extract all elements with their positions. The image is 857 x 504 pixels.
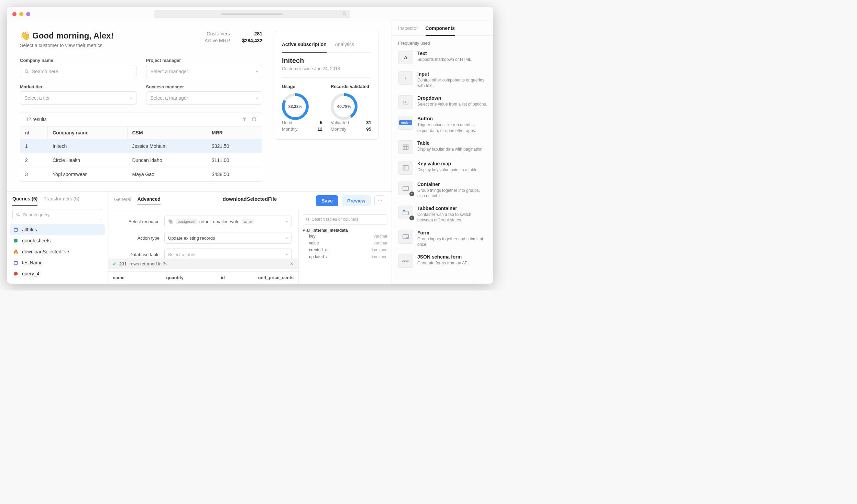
search-icon — [16, 212, 20, 217]
result-col[interactable]: id — [184, 275, 225, 280]
query-item[interactable]: allFiles — [10, 224, 105, 235]
more-button[interactable]: ⋯ — [374, 195, 385, 206]
tabbed-icon: + — [398, 206, 413, 219]
col-name: created_at — [309, 248, 329, 252]
col-csm[interactable]: CSM — [128, 127, 207, 139]
input-icon: I — [398, 71, 413, 85]
schema-column[interactable]: keyvarchar — [303, 233, 387, 240]
tab-advanced[interactable]: Advanced — [138, 196, 161, 205]
svg-rect-15 — [403, 165, 408, 170]
cell-id: 2 — [20, 153, 48, 167]
cube-icon — [13, 271, 19, 276]
component-name: Input — [417, 71, 487, 77]
kv-value: 12 — [318, 127, 322, 132]
col-id[interactable]: id — [20, 127, 48, 139]
cell-csm: Maya Gao — [128, 167, 207, 181]
kvmap-icon — [398, 161, 413, 175]
page-title: Good morning, Alex! — [32, 31, 113, 41]
result-col[interactable]: unit_price_cents — [225, 275, 294, 280]
close-window-icon[interactable] — [12, 12, 17, 16]
tab-analytics[interactable]: Analytics — [335, 37, 354, 52]
component-name: Table — [417, 140, 484, 146]
resource-select[interactable]: 🐘 postgresql retool_emailer_write write … — [164, 216, 292, 227]
component-item[interactable]: Table Display tabular data with paginati… — [397, 137, 488, 157]
query-item[interactable]: googlesheets — [10, 235, 105, 246]
table-row[interactable]: 3 Yogi sportswear Maya Gao $438.50 — [20, 167, 262, 182]
component-name: Button — [417, 116, 487, 121]
placeholder-text: Select a manager — [151, 95, 188, 101]
tab-inspector[interactable]: Inspector — [398, 25, 418, 35]
schema-table[interactable]: ▾ ar_internal_metadata — [303, 228, 387, 233]
chevron-down-icon: ▾ — [130, 96, 132, 100]
query-item[interactable]: 🔥downloadSelectedFile — [10, 246, 105, 257]
container-icon: + — [398, 182, 413, 195]
query-item[interactable]: query_4 — [10, 268, 105, 279]
company-search-input[interactable]: Search here — [20, 65, 136, 78]
schema-column[interactable]: updated_attimezone — [303, 253, 387, 260]
tab-transformers[interactable]: Transformers (5) — [44, 196, 79, 206]
save-button[interactable]: Save — [316, 195, 338, 206]
usage-header: Usage — [282, 84, 322, 89]
sm-select[interactable]: Select a manager ▾ — [146, 91, 263, 105]
cell-csm: Duncan Idaho — [128, 153, 207, 167]
component-item[interactable]: Action Button Trigger actions like run q… — [397, 112, 488, 136]
pm-select[interactable]: Select a manager ▾ — [146, 65, 263, 78]
records-donut: 40.78% — [331, 93, 358, 120]
zoom-window-icon[interactable] — [26, 12, 30, 16]
tab-active-subscription[interactable]: Active subscription — [282, 37, 327, 53]
placeholder-text: Select a tier — [24, 95, 50, 101]
cell-id: 3 — [20, 167, 48, 181]
tab-components[interactable]: Components — [426, 25, 455, 36]
tab-general[interactable]: General — [114, 197, 131, 205]
refresh-icon[interactable] — [252, 117, 256, 122]
placeholder-text: Search here — [32, 69, 58, 74]
form-icon — [398, 230, 413, 244]
component-item[interactable]: Key value map Display key value pairs in… — [397, 157, 488, 178]
component-item[interactable]: I Input Control other components or quer… — [397, 68, 488, 92]
table-row[interactable]: 1 Initech Jessica Mohaim $321.50 — [20, 139, 262, 153]
component-item[interactable]: ▾ Dropdown Select one value from a list … — [397, 92, 488, 112]
preview-button[interactable]: Preview — [342, 195, 371, 206]
query-name: downloadSelectedFile — [22, 249, 69, 254]
search-icon — [24, 69, 29, 74]
component-item[interactable]: JSON JSON schema form Generate forms fro… — [397, 251, 488, 271]
success-icon: ✔ — [113, 261, 117, 266]
action-type-select[interactable]: Update existing records ▾ — [164, 232, 292, 244]
col-company[interactable]: Company name — [48, 127, 128, 139]
component-item[interactable]: Form Group inputs together and submit at… — [397, 227, 488, 251]
schema-search-input[interactable]: Search tables or columns — [303, 214, 387, 224]
component-desc: Group things together into groups, also … — [417, 188, 487, 199]
schema-column[interactable]: created_attimezone — [303, 246, 387, 253]
stat-value: $284,432 — [238, 38, 262, 43]
component-name: Form — [417, 230, 487, 235]
component-item[interactable]: A Text Supports markdown or HTML. — [397, 47, 488, 68]
query-item[interactable]: testName — [10, 257, 105, 268]
schema-column[interactable]: valuevarchar — [303, 240, 387, 246]
table-row[interactable]: 2 Circle Health Duncan Idaho $111.00 — [20, 153, 262, 167]
tier-select[interactable]: Select a tier ▾ — [20, 91, 136, 105]
close-icon[interactable]: ✕ — [290, 261, 294, 266]
query-name: query_4 — [22, 271, 40, 276]
component-item[interactable]: + Tabbed container Container with a tab … — [397, 202, 488, 226]
cell-id: 1 — [20, 139, 48, 153]
kv-key: Monthly — [331, 127, 347, 132]
omnibox[interactable] — [154, 10, 350, 18]
svg-line-10 — [308, 220, 309, 221]
tab-queries[interactable]: Queries (5) — [12, 196, 37, 206]
component-item[interactable]: + Container Group things together into g… — [397, 178, 488, 202]
records-header: Records validated — [331, 84, 371, 89]
col-mrr[interactable]: MRR — [207, 127, 262, 139]
kv-key: Monthly — [282, 127, 298, 132]
filter-icon[interactable] — [242, 117, 247, 122]
editor-title: downloadSelectedFile — [223, 196, 277, 202]
query-search-input[interactable]: Search query — [12, 209, 102, 220]
svg-rect-18 — [403, 211, 408, 215]
chevron-down-icon: ▾ — [286, 253, 288, 256]
placeholder-text: Search query — [23, 212, 50, 217]
result-col[interactable]: name — [113, 275, 129, 280]
minimize-window-icon[interactable] — [19, 12, 23, 16]
schema-browser: Search tables or columns ▾ ar_internal_m… — [299, 210, 392, 284]
result-col[interactable]: quantity — [129, 275, 184, 280]
col-type: timezone — [371, 254, 387, 259]
app-window: 👋Good morning, Alex! Select a customer t… — [7, 7, 493, 284]
